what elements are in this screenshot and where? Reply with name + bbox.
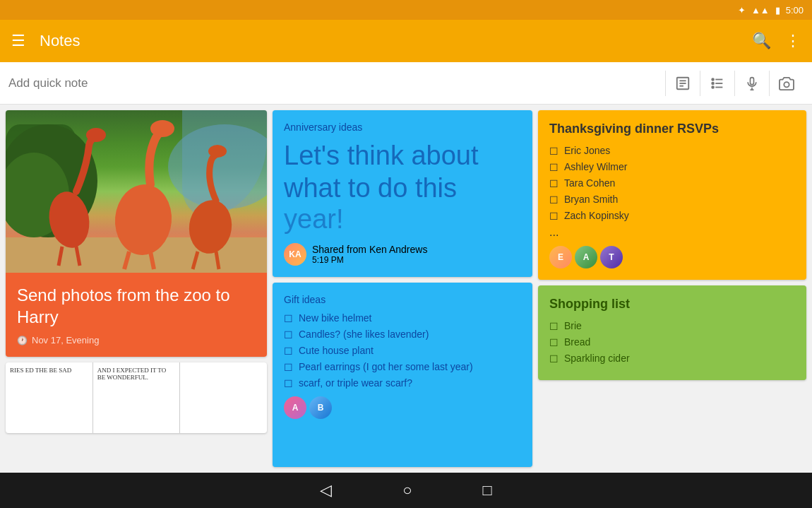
list-item: ☐ Ashley Wilmer — [549, 161, 795, 173]
list-item: ☐ Brie — [549, 320, 795, 332]
shared-from: KA Shared from Ken Andrews 5:19 PM — [284, 243, 521, 266]
photo-note-button[interactable] — [770, 66, 804, 100]
clock-icon: 🕐 — [17, 336, 28, 345]
list-item: ☐ Tara Cohen — [549, 177, 795, 189]
flamingo-note-card[interactable]: Send photos from the zoo to Harry 🕐 Nov … — [6, 110, 267, 357]
checkbox-icon: ☐ — [549, 194, 559, 206]
shared-info: Shared from Ken Andrews 5:19 PM — [312, 244, 427, 265]
list-item: ☐ Cute house plant — [284, 345, 521, 357]
avatar-thanks-1: E — [549, 246, 572, 268]
checkbox-icon: ☐ — [549, 337, 559, 348]
quick-note-input[interactable] — [8, 76, 665, 90]
flamingo-image — [6, 110, 267, 273]
shopping-note-card[interactable]: Shopping list ☐ Brie ☐ Bread ☐ Sparkling… — [538, 285, 806, 380]
checkbox-icon: ☐ — [549, 178, 559, 189]
svg-point-19 — [86, 128, 106, 142]
status-time: 5:00 — [786, 5, 804, 16]
list-item: ☐ Candles? (she likes lavender) — [284, 329, 521, 341]
quick-note-bar — [0, 62, 812, 105]
anniversary-note-card[interactable]: Anniversary ideas Let's think about what… — [273, 110, 532, 277]
text-note-button[interactable] — [666, 66, 700, 100]
gift-note-card[interactable]: Gift ideas ☐ New bike helmet ☐ Candles? … — [273, 283, 532, 467]
notes-grid: Send photos from the zoo to Harry 🕐 Nov … — [0, 105, 812, 473]
svg-point-8 — [712, 82, 714, 84]
search-icon[interactable]: 🔍 — [752, 32, 771, 50]
checkbox-icon: ☐ — [284, 313, 293, 324]
list-note-button[interactable] — [700, 66, 734, 100]
checkbox-icon: ☐ — [549, 211, 559, 222]
gift-label: Gift ideas — [284, 294, 521, 305]
checkbox-icon: ☐ — [549, 162, 559, 173]
voice-note-button[interactable] — [735, 66, 769, 100]
flamingo-note-title: Send photos from the zoo to Harry — [17, 284, 256, 328]
anniversary-label: Anniversary ideas — [284, 122, 521, 133]
anniversary-content-cont: year! — [284, 204, 521, 235]
more-items: ... — [549, 226, 795, 239]
checkbox-icon: ☐ — [284, 362, 293, 373]
column-1: Send photos from the zoo to Harry 🕐 Nov … — [6, 110, 267, 467]
thanksgiving-shared-avatars: E A T — [549, 246, 795, 268]
signal-icon: ▲▲ — [751, 5, 770, 16]
toolbar: ☰ Notes 🔍 ⋮ — [0, 20, 812, 62]
list-item: ☐ Zach Kopinsky — [549, 210, 795, 222]
svg-point-27 — [208, 145, 227, 158]
bottom-nav: ◁ ○ □ — [0, 473, 812, 508]
thanksgiving-title: Thanksgiving dinner RSVPs — [549, 122, 795, 136]
svg-point-23 — [150, 120, 174, 137]
avatar-gift-1: A — [284, 396, 306, 419]
checkbox-icon: ☐ — [549, 353, 559, 365]
shopping-checklist: ☐ Brie ☐ Bread ☐ Sparkling cider — [549, 320, 795, 365]
checkbox-icon: ☐ — [549, 321, 559, 332]
flamingo-note-meta: 🕐 Nov 17, Evening — [17, 335, 256, 345]
column-3: Thanksgiving dinner RSVPs ☐ Eric Jones ☐… — [538, 110, 806, 467]
list-item: ☐ Pearl earrings (I got her some last ye… — [284, 361, 521, 373]
svg-point-7 — [712, 78, 714, 81]
avatar-thanks-3: T — [600, 246, 623, 268]
thanksgiving-note-card[interactable]: Thanksgiving dinner RSVPs ☐ Eric Jones ☐… — [538, 110, 806, 280]
svg-rect-10 — [751, 77, 754, 84]
comic-panel-1: RIES ED THE BE SAD — [6, 362, 93, 433]
more-options-icon[interactable]: ⋮ — [785, 32, 801, 50]
shopping-title: Shopping list — [549, 297, 795, 312]
column-2: Anniversary ideas Let's think about what… — [273, 110, 532, 467]
menu-icon[interactable]: ☰ — [11, 32, 25, 50]
avatar-ken: KA — [284, 243, 306, 266]
back-button[interactable]: ◁ — [320, 481, 332, 500]
checkbox-icon: ☐ — [284, 329, 293, 341]
list-item: ☐ scarf, or triple wear scarf? — [284, 377, 521, 389]
shared-name: Shared from Ken Andrews — [312, 244, 427, 255]
comic-note-card[interactable]: RIES ED THE BE SAD AND I EXPECTED IT TO … — [6, 362, 267, 433]
comic-panel-2: AND I EXPECTED IT TO BE WONDERFUL. — [93, 362, 181, 433]
svg-point-9 — [712, 86, 714, 88]
recents-button[interactable]: □ — [483, 481, 492, 500]
flamingo-note-time: Nov 17, Evening — [32, 335, 99, 345]
thanksgiving-checklist: ☐ Eric Jones ☐ Ashley Wilmer ☐ Tara Cohe… — [549, 145, 795, 239]
gift-shared-avatars: A B — [284, 396, 521, 419]
checkbox-icon: ☐ — [549, 146, 559, 157]
avatar-thanks-2: A — [575, 246, 597, 268]
shared-time: 5:19 PM — [312, 255, 427, 265]
battery-icon: ▮ — [775, 5, 780, 16]
anniversary-content: Let's think about what to do this — [284, 140, 521, 204]
list-item: ☐ Bryan Smith — [549, 194, 795, 206]
list-item: ☐ Sparkling cider — [549, 353, 795, 365]
flamingo-note-text: Send photos from the zoo to Harry 🕐 Nov … — [6, 273, 267, 357]
bluetooth-icon: ✦ — [738, 5, 746, 16]
home-button[interactable]: ○ — [402, 481, 412, 500]
avatar-gift-2: B — [309, 396, 332, 419]
list-item: ☐ New bike helmet — [284, 312, 521, 324]
list-item: ☐ Bread — [549, 336, 795, 348]
status-bar: ✦ ▲▲ ▮ 5:00 — [0, 0, 812, 20]
checkbox-icon: ☐ — [284, 378, 293, 389]
checkbox-icon: ☐ — [284, 345, 293, 357]
app-title: Notes — [40, 32, 738, 50]
gift-checklist: ☐ New bike helmet ☐ Candles? (she likes … — [284, 312, 521, 389]
list-item: ☐ Eric Jones — [549, 145, 795, 157]
comic-panel-3 — [180, 362, 267, 433]
svg-point-13 — [784, 82, 789, 87]
